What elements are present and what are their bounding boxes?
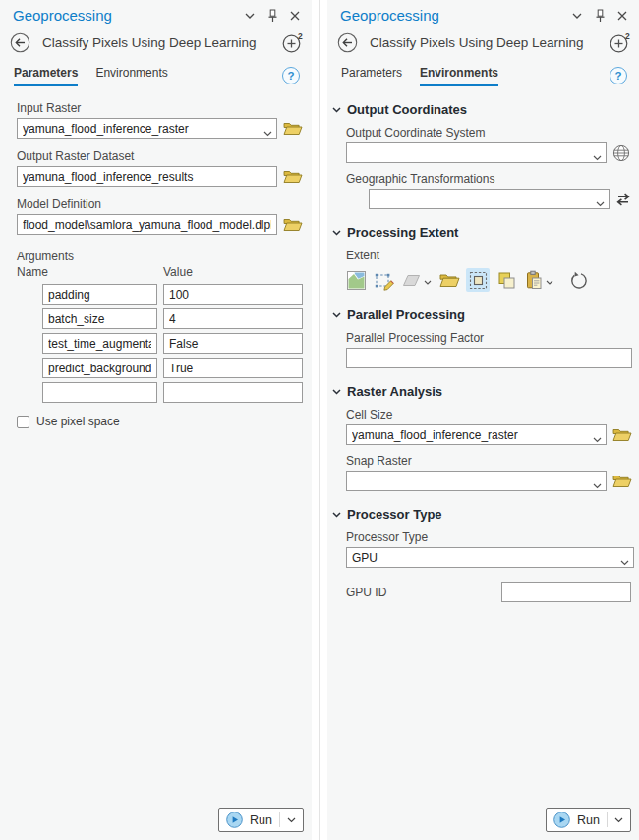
section-processing-extent[interactable]: Processing Extent <box>332 225 639 240</box>
input-raster-dropdown[interactable] <box>17 118 277 139</box>
pin-icon[interactable] <box>593 9 607 23</box>
run-button[interactable]: Run <box>218 808 304 832</box>
browse-folder-icon[interactable] <box>612 427 632 442</box>
argument-row <box>17 382 303 403</box>
tool-header: Classify Pixels Using Deep Learning 2 <box>0 31 312 54</box>
tool-title: Classify Pixels Using Deep Learning <box>42 35 269 50</box>
section-collapse-chevron-icon <box>332 230 341 236</box>
extent-toolbar <box>344 268 639 292</box>
pin-icon[interactable] <box>265 9 279 23</box>
help-icon[interactable]: ? <box>282 67 300 84</box>
argument-name-input[interactable] <box>42 333 157 354</box>
gpu-id-label: GPU ID <box>346 586 501 599</box>
use-pixel-space-checkbox[interactable] <box>17 416 29 428</box>
cell-size-dropdown[interactable] <box>346 424 607 445</box>
argument-row <box>17 284 303 305</box>
browse-folder-icon[interactable] <box>283 169 303 184</box>
transformations-swap-icon[interactable] <box>615 193 631 206</box>
plus-badge-icon[interactable]: 2 <box>609 31 631 54</box>
environments-form: Output Coordinates Output Coordinate Sys… <box>327 102 639 606</box>
snap-raster-dropdown[interactable] <box>346 471 607 491</box>
pane-divider <box>320 0 320 840</box>
argument-value-input[interactable] <box>163 382 303 403</box>
reset-extent-icon[interactable] <box>566 268 590 292</box>
plus-badge-icon[interactable]: 2 <box>281 31 304 54</box>
argument-row <box>17 308 303 329</box>
display-extent-icon[interactable] <box>466 268 490 292</box>
input-raster-value[interactable] <box>17 118 277 139</box>
back-icon[interactable] <box>337 32 358 53</box>
cell-size-label: Cell Size <box>346 408 639 421</box>
map-extent-icon[interactable] <box>344 268 368 292</box>
run-divider <box>607 812 608 827</box>
help-icon[interactable]: ? <box>610 67 627 84</box>
output-coordinate-system-dropdown[interactable] <box>346 142 607 163</box>
browse-folder-icon[interactable] <box>437 268 461 292</box>
pane-menu-chevron-icon[interactable] <box>570 9 584 23</box>
parameters-form: Input Raster Output Raster Dataset <box>0 86 312 428</box>
argument-value-input[interactable] <box>163 284 303 305</box>
arguments-column-headers: Name Value <box>17 265 303 280</box>
browse-folder-icon[interactable] <box>283 217 303 232</box>
argument-value-input[interactable] <box>163 358 303 378</box>
layer-extent-icon[interactable] <box>401 268 433 292</box>
back-icon[interactable] <box>10 32 30 53</box>
extent-label: Extent <box>346 249 639 262</box>
geographic-transformations-dropdown[interactable] <box>369 189 610 209</box>
section-collapse-chevron-icon <box>332 389 341 395</box>
argument-name-input[interactable] <box>42 308 157 329</box>
processor-type-label: Processor Type <box>346 531 639 544</box>
output-raster-label: Output Raster Dataset <box>17 149 303 163</box>
model-definition-label: Model Definition <box>17 197 303 211</box>
parallel-processing-factor-input[interactable] <box>346 348 632 368</box>
processor-type-dropdown[interactable] <box>346 547 634 568</box>
section-processor-type[interactable]: Processor Type <box>332 507 639 522</box>
intersect-layers-icon[interactable] <box>494 268 518 292</box>
argument-name-input[interactable] <box>42 358 157 378</box>
run-options-chevron-icon[interactable] <box>614 817 623 823</box>
browse-folder-icon[interactable] <box>283 121 303 136</box>
section-output-coordinates[interactable]: Output Coordinates <box>332 102 639 117</box>
tab-parameters[interactable]: Parameters <box>341 66 402 86</box>
snap-raster-label: Snap Raster <box>346 454 639 468</box>
section-raster-analysis[interactable]: Raster Analysis <box>332 384 639 399</box>
gpu-id-input[interactable] <box>501 582 631 602</box>
pane-title: Geoprocessing <box>13 7 243 24</box>
run-divider <box>279 812 280 827</box>
section-parallel-processing[interactable]: Parallel Processing <box>332 308 639 322</box>
run-options-chevron-icon[interactable] <box>287 817 296 823</box>
arguments-value-header: Value <box>163 265 193 279</box>
use-pixel-space-label: Use pixel space <box>36 415 120 428</box>
argument-name-input[interactable] <box>42 382 157 403</box>
pane-menu-chevron-icon[interactable] <box>243 9 257 23</box>
parallel-processing-factor-label: Parallel Processing Factor <box>346 331 639 345</box>
svg-text:2: 2 <box>298 31 303 41</box>
input-raster-label: Input Raster <box>17 101 303 115</box>
browse-folder-icon[interactable] <box>612 474 632 488</box>
draw-extent-icon[interactable] <box>373 268 396 292</box>
pane-header: Geoprocessing <box>327 0 639 24</box>
argument-name-input[interactable] <box>42 284 157 305</box>
arcgis-geoprocessing-panes: Geoprocessing <box>0 0 639 840</box>
argument-value-input[interactable] <box>163 308 303 329</box>
run-label: Run <box>577 813 600 827</box>
argument-value-input[interactable] <box>163 333 303 354</box>
geoprocessing-pane-right: Geoprocessing <box>327 0 639 840</box>
arguments-name-header: Name <box>17 265 48 279</box>
argument-row <box>17 358 303 378</box>
model-definition-input[interactable] <box>17 214 277 235</box>
pane-title: Geoprocessing <box>340 7 570 24</box>
tab-environments[interactable]: Environments <box>420 66 498 86</box>
output-raster-input[interactable] <box>17 166 277 187</box>
arguments-label: Arguments <box>17 250 303 263</box>
close-icon[interactable] <box>615 9 629 23</box>
tab-parameters[interactable]: Parameters <box>14 66 78 86</box>
paste-extent-icon[interactable] <box>523 268 554 292</box>
output-coordinate-system-label: Output Coordinate System <box>346 126 639 140</box>
section-collapse-chevron-icon <box>332 107 341 113</box>
tab-environments[interactable]: Environments <box>95 66 167 86</box>
globe-icon[interactable] <box>612 144 630 162</box>
svg-text:2: 2 <box>625 31 630 41</box>
run-button[interactable]: Run <box>546 808 631 832</box>
close-icon[interactable] <box>288 9 302 23</box>
